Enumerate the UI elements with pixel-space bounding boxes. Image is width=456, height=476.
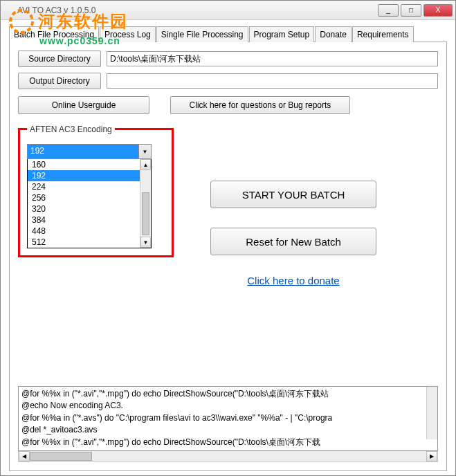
tab-donate[interactable]: Donate: [315, 26, 352, 42]
bug-reports-button[interactable]: Click here for questions or Bug reports: [170, 96, 350, 114]
maximize-button[interactable]: □: [401, 4, 421, 17]
log-panel: @for %%x in ("*.avi","*.mpg") do echo Di…: [18, 386, 438, 462]
log-vertical-scrollbar[interactable]: [426, 387, 437, 439]
aften-group-highlighted: AFTEN AC3 Encoding 192 ▼ 160 192 224 256…: [18, 128, 174, 257]
dropdown-scrollbar[interactable]: ▲ ▼: [140, 159, 151, 248]
start-batch-button[interactable]: START YOUR BATCH: [210, 181, 376, 208]
donate-link[interactable]: Click here to donate: [210, 275, 376, 286]
log-horizontal-scrollbar[interactable]: ◀ ▶: [18, 451, 438, 462]
scroll-thumb-h[interactable]: [30, 452, 92, 461]
bitrate-option-320[interactable]: 320: [28, 203, 151, 214]
bitrate-dropdown[interactable]: 160 192 224 256 320 384 448 512 ▲ ▼: [27, 159, 152, 248]
chevron-down-icon[interactable]: ▼: [138, 145, 151, 158]
tab-bar: Batch File Processing Process Log Single…: [9, 26, 447, 42]
tab-pane: Source Directory Output Directory Online…: [9, 42, 447, 471]
scroll-down-icon[interactable]: ▼: [140, 237, 151, 248]
tab-requirements[interactable]: Requirements: [352, 26, 414, 42]
output-directory-input[interactable]: [107, 73, 438, 89]
tab-process-log[interactable]: Process Log: [100, 26, 156, 42]
close-button[interactable]: X: [423, 4, 453, 17]
bitrate-option-512[interactable]: 512: [28, 237, 151, 248]
output-directory-button[interactable]: Output Directory: [18, 73, 101, 89]
source-directory-button[interactable]: Source Directory: [18, 51, 101, 67]
minimize-button[interactable]: _: [378, 4, 399, 17]
tab-program-setup[interactable]: Program Setup: [249, 26, 315, 42]
scroll-up-icon[interactable]: ▲: [140, 159, 151, 170]
scroll-left-icon[interactable]: ◀: [19, 451, 30, 461]
bitrate-option-256[interactable]: 256: [28, 192, 151, 203]
app-icon: [3, 5, 15, 16]
source-directory-input[interactable]: [107, 51, 438, 66]
log-textarea[interactable]: @for %%x in ("*.avi","*.mpg") do echo Di…: [18, 386, 438, 451]
tab-single-file[interactable]: Single File Processing: [156, 26, 248, 42]
scroll-right-icon[interactable]: ▶: [426, 451, 437, 461]
bitrate-option-384[interactable]: 384: [28, 214, 151, 226]
window-buttons: _ □ X: [378, 4, 453, 17]
bitrate-option-160[interactable]: 160: [28, 159, 151, 170]
bitrate-option-192[interactable]: 192: [28, 170, 151, 181]
bitrate-combobox[interactable]: 192 ▼: [27, 144, 152, 159]
aften-group-label: AFTEN AC3 Encoding: [27, 125, 115, 134]
reset-batch-button[interactable]: Reset for New Batch: [210, 228, 376, 255]
online-userguide-button[interactable]: Online Userguide: [18, 96, 149, 114]
bitrate-option-224[interactable]: 224: [28, 181, 151, 192]
tab-batch-processing[interactable]: Batch File Processing: [9, 26, 99, 42]
scroll-thumb[interactable]: [142, 192, 149, 235]
bitrate-option-448[interactable]: 448: [28, 226, 151, 237]
bitrate-value: 192: [28, 145, 138, 158]
window-title: AVI TO AC3 v 1.0.5.0: [17, 6, 378, 15]
titlebar[interactable]: AVI TO AC3 v 1.0.5.0 _ □ X: [1, 1, 455, 20]
